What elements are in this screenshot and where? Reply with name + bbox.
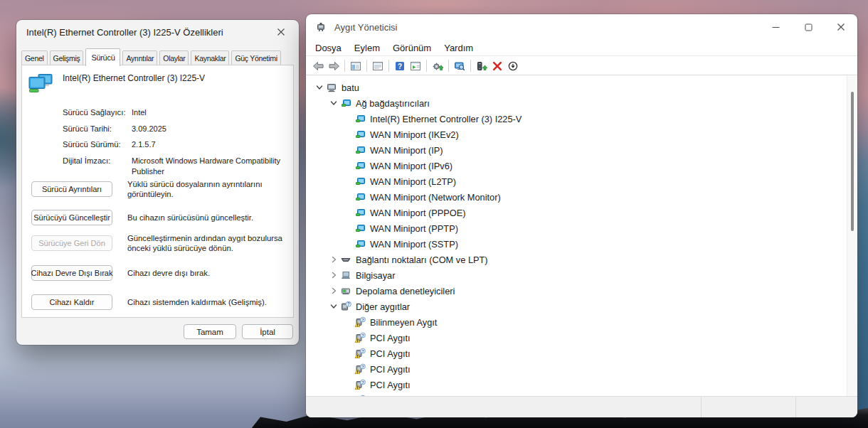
dialog-titlebar: Intel(R) Ethernet Controller (3) I225-V … [16,20,299,44]
chevron-collapsed-icon[interactable] [327,285,340,296]
tree-item[interactable]: ?PCI Aygıtı [306,346,857,361]
chevron-expanded-icon[interactable] [313,82,326,93]
tree-item[interactable]: Depolama denetleyicileri [306,283,857,299]
chevron-spacer [342,191,354,203]
tree-item-label: Diğer aygıtlar [356,301,410,312]
statusbar [306,396,857,417]
tree-item[interactable]: WAN Miniport (SSTP) [306,236,857,252]
back-icon[interactable] [310,58,326,74]
tree-item[interactable]: WAN Miniport (Network Monitor) [306,189,857,205]
tab-s-r-c-[interactable]: Sürücü [85,48,120,66]
unknown-device-icon: ? [354,332,366,343]
tree-item-label: Bağlantı noktaları (COM ve LPT) [356,255,488,265]
tab-kaynaklar[interactable]: Kaynaklar [191,50,229,65]
tree-item[interactable]: ?PCI Aygıtı [306,361,857,377]
scan-hardware-icon[interactable] [452,58,467,74]
menu-eylem[interactable]: Eylem [348,43,386,53]
menu-yardım[interactable]: Yardım [438,43,480,53]
install-device-icon[interactable] [474,58,489,74]
tree-item-label: PCI Aygıtı [370,348,411,359]
driver-field: Dijital İmzacı:Microsoft Windows Hardwar… [63,156,293,177]
other-devices-icon: ? [340,301,351,312]
tab-genel[interactable]: Genel [21,50,48,65]
tree-item[interactable]: ?PCI Aygıtı [306,377,857,392]
update-driver-icon[interactable] [430,58,445,74]
driver-action-row: Cihazı Devre Dışı BırakCihazı devre dışı… [31,265,289,281]
driver-action-row: Sürücüye Geri DönGüncelleştirmenin ardın… [31,235,289,251]
computer-icon [326,82,337,93]
menu-görünüm[interactable]: Görünüm [386,43,438,53]
toolbar-separator [470,60,471,72]
close-icon[interactable] [825,14,857,40]
tree-item[interactable]: WAN Miniport (IP) [306,142,857,158]
tree-item-label: WAN Miniport (IKEv2) [370,129,459,140]
tree-item-label: PCI Aygıtı [370,380,411,390]
unknown-device-icon: ? [354,379,366,390]
svg-text:?: ? [361,333,364,338]
svg-text:?: ? [361,348,364,353]
tree-item[interactable]: ?PCI Aygıtı [306,330,857,346]
help-icon[interactable]: ? [392,58,408,74]
chevron-expanded-icon[interactable] [327,97,340,109]
chevron-collapsed-icon[interactable] [327,254,340,265]
tree-scrollbar[interactable] [847,76,857,396]
tree-item[interactable]: Bağlantı noktaları (COM ve LPT) [306,252,857,267]
tab-ayr-nt-lar[interactable]: Ayrıntılar [122,50,157,65]
driver-action-row: Sürücü AyrıntılarıYüklü sürücü dosyaları… [31,181,289,197]
sürücü-ayrıntıları-button[interactable]: Sürücü Ayrıntıları [31,181,112,197]
maximize-icon[interactable] [792,14,825,40]
tab-geli-mi-[interactable]: Gelişmiş [50,50,84,65]
sürücüye-geri-dön-button: Sürücüye Geri Dön [31,235,112,251]
sürücüyü-güncelleştir-button[interactable]: Sürücüyü Güncelleştir [31,210,112,225]
chevron-spacer [342,348,354,359]
tree-item[interactable]: WAN Miniport (IKEv2) [306,127,857,142]
tree-item[interactable]: Ağ bağdaştırıcıları [306,95,857,111]
properties-icon[interactable] [370,58,386,74]
dialog-close-icon[interactable] [270,24,292,40]
action-description: Yüklü sürücü dosyalarının ayrıntılarını … [127,179,263,200]
tree-item-label: WAN Miniport (Network Monitor) [370,192,501,203]
tree-item-label: PCI Aygıtı [370,364,411,375]
tree-item[interactable]: ?Diğer aygıtlar [306,299,857,314]
chevron-expanded-icon[interactable] [327,301,340,312]
tree-item[interactable]: Bilgisayar [306,267,857,283]
toolbar-separator [366,60,367,72]
unknown-device-icon: ? [354,348,366,359]
uninstall-device-icon[interactable] [489,58,505,74]
tree-item-label: WAN Miniport (IPv6) [370,161,452,171]
devmgr-titlebar: Aygıt Yöneticisi [306,14,857,40]
tree-item[interactable]: batu [306,80,857,95]
scrollbar-thumb[interactable] [851,92,854,231]
tab-g-y-netimi[interactable]: Güç Yönetimi [231,50,280,65]
field-value: 3.09.2025 [132,124,292,134]
menu-dosya[interactable]: Dosya [309,43,348,53]
network-adapter-icon [354,223,366,234]
device-manager-window: Aygıt Yöneticisi DosyaEylemGörünümYardım… [306,14,857,417]
minimize-icon[interactable] [759,14,792,40]
console-tree-icon[interactable] [348,58,364,74]
window-controls [759,14,857,40]
tree-item[interactable]: WAN Miniport (PPTP) [306,220,857,236]
driver-action-row: Cihazı KaldırCihazı sistemden kaldırmak … [31,294,289,310]
tree-item-label: Intel(R) Ethernet Controller (3) I225-V [370,114,522,124]
cihazı-devre-dışı-bırak-button[interactable]: Cihazı Devre Dışı Bırak [31,265,112,281]
field-label: Sürücü Sağlayıcı: [63,107,132,118]
network-adapter-icon [354,238,366,250]
forward-icon[interactable] [326,58,342,74]
tree-item[interactable]: WAN Miniport (IPv6) [306,158,857,173]
toolbar-separator [344,60,345,72]
ok-button[interactable]: Tamam [184,324,236,339]
tree-item[interactable]: ?Bilinmeyen Aygıt [306,314,857,330]
tree-item[interactable]: WAN Miniport (L2TP) [306,173,857,189]
tree-item[interactable]: WAN Miniport (PPPOE) [306,205,857,220]
action-window-icon[interactable] [408,58,423,74]
chevron-collapsed-icon[interactable] [327,269,340,281]
tree-item[interactable]: Intel(R) Ethernet Controller (3) I225-V [306,111,857,127]
statusbar-separator [795,397,796,417]
cihazı-kaldır-button[interactable]: Cihazı Kaldır [31,294,112,310]
unknown-device-icon: ? [354,363,366,375]
tab-olaylar[interactable]: Olaylar [159,50,189,65]
cancel-button[interactable]: İptal [242,324,293,339]
disable-device-icon[interactable] [505,58,521,74]
network-adapter-icon [354,160,366,171]
